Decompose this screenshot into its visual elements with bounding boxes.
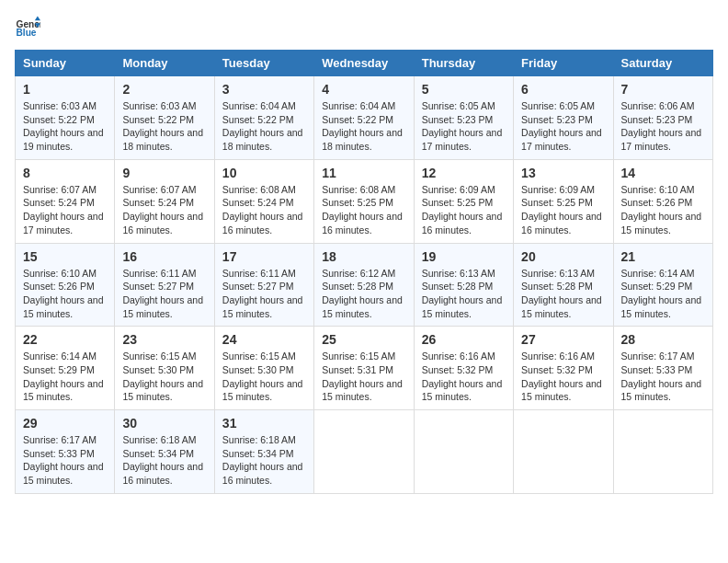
- calendar-cell: 17 Sunrise: 6:11 AM Sunset: 5:27 PM Dayl…: [214, 243, 313, 327]
- day-number: 8: [23, 166, 107, 180]
- day-number: 22: [23, 332, 107, 347]
- calendar-cell: [314, 410, 414, 494]
- calendar-cell: 31 Sunrise: 6:18 AM Sunset: 5:34 PM Dayl…: [214, 410, 313, 494]
- day-info: Sunrise: 6:10 AM Sunset: 5:26 PM Dayligh…: [621, 183, 705, 237]
- calendar-cell: [613, 410, 712, 494]
- calendar-week-row: 1 Sunrise: 6:03 AM Sunset: 5:22 PM Dayli…: [16, 76, 713, 160]
- day-number: 3: [222, 82, 306, 97]
- calendar-week-row: 8 Sunrise: 6:07 AM Sunset: 5:24 PM Dayli…: [16, 159, 713, 243]
- calendar-cell: 6 Sunrise: 6:05 AM Sunset: 5:23 PM Dayli…: [514, 76, 613, 160]
- day-info: Sunrise: 6:11 AM Sunset: 5:27 PM Dayligh…: [222, 267, 306, 321]
- day-info: Sunrise: 6:13 AM Sunset: 5:28 PM Dayligh…: [422, 267, 506, 321]
- calendar-cell: 27 Sunrise: 6:16 AM Sunset: 5:32 PM Dayl…: [514, 327, 613, 410]
- day-info: Sunrise: 6:09 AM Sunset: 5:25 PM Dayligh…: [422, 183, 506, 237]
- calendar-cell: 13 Sunrise: 6:09 AM Sunset: 5:25 PM Dayl…: [514, 159, 613, 243]
- day-info: Sunrise: 6:16 AM Sunset: 5:32 PM Dayligh…: [521, 350, 605, 404]
- calendar-cell: 21 Sunrise: 6:14 AM Sunset: 5:29 PM Dayl…: [613, 243, 712, 327]
- weekday-header-cell: Wednesday: [314, 51, 414, 76]
- calendar-cell: 30 Sunrise: 6:18 AM Sunset: 5:34 PM Dayl…: [115, 410, 214, 494]
- calendar-cell: 11 Sunrise: 6:08 AM Sunset: 5:25 PM Dayl…: [314, 159, 414, 243]
- calendar-cell: 7 Sunrise: 6:06 AM Sunset: 5:23 PM Dayli…: [613, 76, 712, 160]
- day-info: Sunrise: 6:07 AM Sunset: 5:24 PM Dayligh…: [122, 183, 206, 237]
- calendar-cell: 9 Sunrise: 6:07 AM Sunset: 5:24 PM Dayli…: [115, 159, 214, 243]
- day-number: 2: [122, 82, 206, 97]
- weekday-header-cell: Friday: [514, 51, 613, 76]
- day-info: Sunrise: 6:12 AM Sunset: 5:28 PM Dayligh…: [322, 267, 405, 321]
- day-number: 21: [621, 249, 705, 264]
- day-number: 12: [422, 166, 506, 180]
- calendar-cell: 3 Sunrise: 6:04 AM Sunset: 5:22 PM Dayli…: [214, 76, 313, 160]
- weekday-header-cell: Thursday: [414, 51, 513, 76]
- day-info: Sunrise: 6:15 AM Sunset: 5:31 PM Dayligh…: [322, 350, 405, 404]
- weekday-header-cell: Monday: [115, 51, 214, 76]
- day-info: Sunrise: 6:09 AM Sunset: 5:25 PM Dayligh…: [521, 183, 605, 237]
- day-info: Sunrise: 6:03 AM Sunset: 5:22 PM Dayligh…: [122, 99, 206, 154]
- weekday-header-row: SundayMondayTuesdayWednesdayThursdayFrid…: [16, 51, 713, 76]
- calendar-cell: 16 Sunrise: 6:11 AM Sunset: 5:27 PM Dayl…: [115, 243, 214, 327]
- calendar-cell: 5 Sunrise: 6:05 AM Sunset: 5:23 PM Dayli…: [414, 76, 513, 160]
- calendar-cell: 25 Sunrise: 6:15 AM Sunset: 5:31 PM Dayl…: [314, 327, 414, 410]
- calendar-cell: 29 Sunrise: 6:17 AM Sunset: 5:33 PM Dayl…: [16, 410, 115, 494]
- calendar-body: 1 Sunrise: 6:03 AM Sunset: 5:22 PM Dayli…: [16, 76, 713, 494]
- calendar-cell: 4 Sunrise: 6:04 AM Sunset: 5:22 PM Dayli…: [314, 76, 414, 160]
- day-number: 28: [621, 332, 705, 347]
- day-number: 17: [222, 249, 306, 264]
- day-number: 29: [23, 416, 107, 431]
- day-info: Sunrise: 6:08 AM Sunset: 5:24 PM Dayligh…: [222, 183, 306, 237]
- day-number: 4: [322, 82, 405, 97]
- day-info: Sunrise: 6:15 AM Sunset: 5:30 PM Dayligh…: [222, 350, 306, 404]
- day-info: Sunrise: 6:10 AM Sunset: 5:26 PM Dayligh…: [23, 267, 107, 321]
- day-number: 10: [222, 166, 306, 180]
- calendar-week-row: 22 Sunrise: 6:14 AM Sunset: 5:29 PM Dayl…: [16, 327, 713, 410]
- calendar-cell: 15 Sunrise: 6:10 AM Sunset: 5:26 PM Dayl…: [16, 243, 115, 327]
- day-number: 15: [23, 249, 107, 264]
- day-info: Sunrise: 6:14 AM Sunset: 5:29 PM Dayligh…: [23, 350, 107, 404]
- calendar-cell: 19 Sunrise: 6:13 AM Sunset: 5:28 PM Dayl…: [414, 243, 513, 327]
- day-info: Sunrise: 6:05 AM Sunset: 5:23 PM Dayligh…: [422, 99, 506, 154]
- day-info: Sunrise: 6:15 AM Sunset: 5:30 PM Dayligh…: [122, 350, 206, 404]
- day-number: 27: [521, 332, 605, 347]
- day-number: 6: [521, 82, 605, 97]
- calendar-cell: [414, 410, 513, 494]
- calendar-cell: [514, 410, 613, 494]
- day-info: Sunrise: 6:04 AM Sunset: 5:22 PM Dayligh…: [222, 99, 306, 154]
- calendar-cell: 24 Sunrise: 6:15 AM Sunset: 5:30 PM Dayl…: [214, 327, 313, 410]
- day-number: 1: [23, 82, 107, 97]
- day-number: 31: [222, 416, 306, 431]
- weekday-header-cell: Tuesday: [214, 51, 313, 76]
- day-info: Sunrise: 6:18 AM Sunset: 5:34 PM Dayligh…: [222, 433, 306, 488]
- day-info: Sunrise: 6:03 AM Sunset: 5:22 PM Dayligh…: [23, 99, 107, 154]
- calendar-cell: 10 Sunrise: 6:08 AM Sunset: 5:24 PM Dayl…: [214, 159, 313, 243]
- day-info: Sunrise: 6:05 AM Sunset: 5:23 PM Dayligh…: [521, 99, 605, 154]
- day-info: Sunrise: 6:08 AM Sunset: 5:25 PM Dayligh…: [322, 183, 405, 237]
- calendar-cell: 2 Sunrise: 6:03 AM Sunset: 5:22 PM Dayli…: [115, 76, 214, 160]
- calendar-cell: 8 Sunrise: 6:07 AM Sunset: 5:24 PM Dayli…: [16, 159, 115, 243]
- day-number: 5: [422, 82, 506, 97]
- calendar-cell: 23 Sunrise: 6:15 AM Sunset: 5:30 PM Dayl…: [115, 327, 214, 410]
- day-number: 25: [322, 332, 405, 347]
- calendar-week-row: 15 Sunrise: 6:10 AM Sunset: 5:26 PM Dayl…: [16, 243, 713, 327]
- calendar-cell: 22 Sunrise: 6:14 AM Sunset: 5:29 PM Dayl…: [16, 327, 115, 410]
- weekday-header-cell: Saturday: [613, 51, 712, 76]
- day-number: 11: [322, 166, 405, 180]
- day-info: Sunrise: 6:14 AM Sunset: 5:29 PM Dayligh…: [621, 267, 705, 321]
- day-number: 14: [621, 166, 705, 180]
- weekday-header-cell: Sunday: [16, 51, 115, 76]
- calendar-cell: 12 Sunrise: 6:09 AM Sunset: 5:25 PM Dayl…: [414, 159, 513, 243]
- logo: General Blue: [15, 15, 44, 40]
- day-number: 18: [322, 249, 405, 264]
- calendar-cell: 26 Sunrise: 6:16 AM Sunset: 5:32 PM Dayl…: [414, 327, 513, 410]
- svg-marker-2: [35, 17, 40, 21]
- day-number: 19: [422, 249, 506, 264]
- day-number: 23: [122, 332, 206, 347]
- day-number: 20: [521, 249, 605, 264]
- day-number: 9: [122, 166, 206, 180]
- day-info: Sunrise: 6:11 AM Sunset: 5:27 PM Dayligh…: [122, 267, 206, 321]
- day-info: Sunrise: 6:13 AM Sunset: 5:28 PM Dayligh…: [521, 267, 605, 321]
- day-info: Sunrise: 6:17 AM Sunset: 5:33 PM Dayligh…: [23, 433, 107, 488]
- calendar-table: SundayMondayTuesdayWednesdayThursdayFrid…: [15, 50, 713, 494]
- calendar-cell: 28 Sunrise: 6:17 AM Sunset: 5:33 PM Dayl…: [613, 327, 712, 410]
- day-info: Sunrise: 6:04 AM Sunset: 5:22 PM Dayligh…: [322, 99, 405, 154]
- day-info: Sunrise: 6:17 AM Sunset: 5:33 PM Dayligh…: [621, 350, 705, 404]
- day-number: 16: [122, 249, 206, 264]
